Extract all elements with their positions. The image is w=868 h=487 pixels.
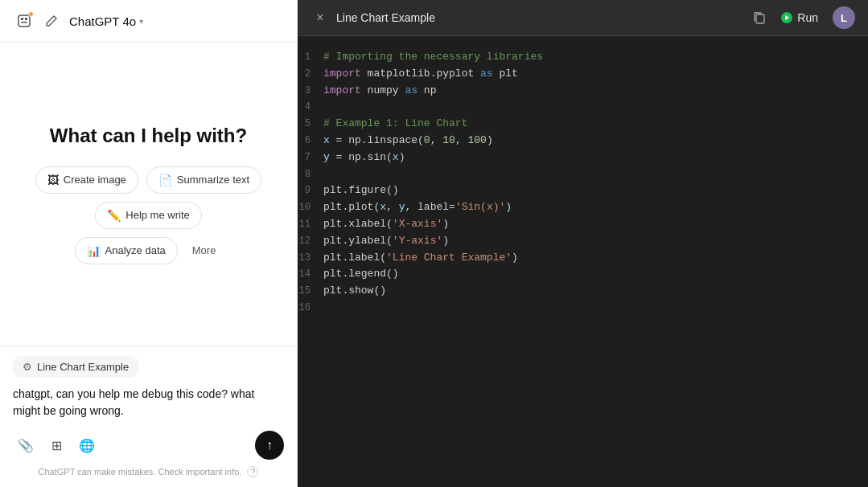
- analyze-icon: 📊: [87, 244, 101, 257]
- code-line: 5# Example 1: Line Chart: [298, 116, 868, 133]
- right-panel: × Line Chart Example Run L 1# Importing …: [298, 0, 868, 487]
- code-line: 6x = np.linspace(0, 10, 100): [298, 133, 868, 149]
- svg-rect-0: [19, 15, 30, 27]
- chip-label: Line Chart Example: [37, 361, 129, 373]
- code-line: 2import matplotlib.pyplot as plt: [298, 66, 868, 83]
- create-image-icon: 🖼: [47, 174, 59, 186]
- summarize-text-button[interactable]: 📄 Summarize text: [146, 166, 261, 194]
- app-name[interactable]: ChatGPT 4o ▾: [69, 14, 143, 28]
- more-button[interactable]: More: [186, 241, 223, 260]
- send-button[interactable]: ↑: [255, 431, 284, 460]
- code-area: 1# Importing the necessary libraries2imp…: [298, 36, 868, 487]
- help-icon[interactable]: ?: [247, 466, 258, 477]
- summarize-icon: 📄: [158, 174, 172, 186]
- editor-header: × Line Chart Example Run L: [298, 0, 868, 36]
- code-line: 7y = np.sin(x): [298, 149, 868, 166]
- action-buttons: 🖼 Create image 📄 Summarize text ✏️ Help …: [16, 166, 281, 229]
- attach-button[interactable]: 📎: [13, 432, 39, 458]
- run-button[interactable]: Run: [775, 8, 825, 27]
- svg-marker-5: [785, 15, 789, 20]
- bottom-area: ⚙ Line Chart Example chatgpt, can you he…: [0, 346, 297, 487]
- edit-icon[interactable]: [40, 10, 63, 32]
- header-bar: ChatGPT 4o ▾: [0, 0, 297, 43]
- analyze-label: Analyze data: [105, 244, 166, 256]
- svg-rect-4: [756, 14, 764, 23]
- code-line: 12plt.ylabel('Y-axis'): [298, 233, 868, 250]
- chevron-down-icon: ▾: [139, 17, 143, 26]
- svg-rect-1: [21, 18, 23, 20]
- code-line: 16: [298, 300, 868, 317]
- table-icon: ⊞: [51, 438, 62, 453]
- toolbar-left: 📎 ⊞ 🌐: [13, 432, 100, 458]
- write-icon: ✏️: [107, 209, 121, 222]
- left-panel: ChatGPT 4o ▾ What can I help with? 🖼 Cre…: [0, 0, 298, 487]
- user-avatar: L: [833, 6, 855, 29]
- code-line: 14plt.legend(): [298, 266, 868, 283]
- code-line: 8: [298, 166, 868, 183]
- code-line: 4: [298, 99, 868, 116]
- close-button[interactable]: ×: [311, 8, 330, 27]
- disclaimer: ChatGPT can make mistakes. Check importa…: [13, 466, 284, 477]
- run-icon: [781, 12, 792, 23]
- main-question: What can I help with?: [50, 125, 247, 147]
- svg-rect-3: [21, 22, 27, 23]
- run-label: Run: [797, 11, 818, 24]
- attach-icon: 📎: [18, 438, 34, 453]
- create-image-button[interactable]: 🖼 Create image: [35, 166, 138, 194]
- editor-title: Line Chart Example: [336, 11, 746, 24]
- file-chip: ⚙ Line Chart Example: [13, 356, 138, 378]
- message-input[interactable]: chatgpt, can you help me debug this code…: [13, 386, 284, 421]
- action-row2: 📊 Analyze data More: [75, 237, 223, 264]
- notification-icon[interactable]: [13, 10, 35, 32]
- code-line: 3import numpy as np: [298, 83, 868, 100]
- create-image-label: Create image: [64, 174, 126, 186]
- help-write-label: Help me write: [125, 209, 189, 221]
- analyze-data-button[interactable]: 📊 Analyze data: [75, 237, 178, 264]
- header-icons: [13, 10, 63, 32]
- editor-actions: Run L: [752, 6, 855, 29]
- toolbar-row: 📎 ⊞ 🌐 ↑: [13, 431, 284, 460]
- code-line: 13plt.label('Line Chart Example'): [298, 250, 868, 267]
- copy-button[interactable]: [752, 10, 767, 25]
- chip-code-icon: ⚙: [23, 361, 32, 373]
- send-icon: ↑: [266, 438, 273, 452]
- code-line: 15plt.show(): [298, 283, 868, 300]
- code-line: 1# Importing the necessary libraries: [298, 49, 868, 66]
- code-line: 10plt.plot(x, y, label='Sin(x)'): [298, 199, 868, 216]
- globe-button[interactable]: 🌐: [74, 432, 100, 458]
- code-line: 11plt.xlabel('X-axis'): [298, 216, 868, 233]
- main-content: What can I help with? 🖼 Create image 📄 S…: [0, 43, 297, 346]
- globe-icon: 🌐: [79, 438, 95, 453]
- svg-rect-2: [25, 18, 27, 20]
- help-write-button[interactable]: ✏️ Help me write: [95, 202, 201, 229]
- table-button[interactable]: ⊞: [43, 432, 69, 458]
- code-line: 9plt.figure(): [298, 182, 868, 199]
- summarize-label: Summarize text: [177, 174, 249, 186]
